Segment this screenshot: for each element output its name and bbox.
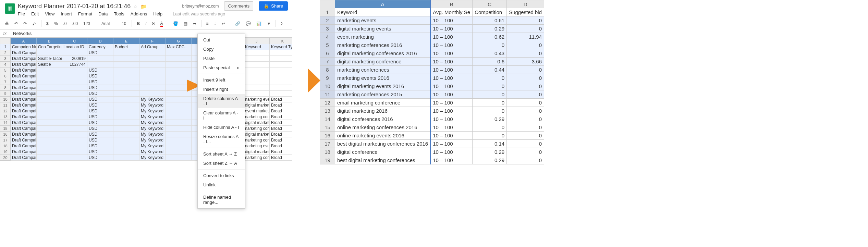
cell[interactable]: digital marketing events 2016 xyxy=(335,82,431,90)
cell[interactable] xyxy=(62,67,87,73)
cell[interactable]: My Keyword Ideas xyxy=(139,126,166,132)
cell[interactable]: Draft Campaign xyxy=(11,97,37,102)
cell[interactable]: 0 xyxy=(507,74,544,82)
cell[interactable]: Avg. Monthly Se xyxy=(430,8,472,16)
wrap-icon[interactable]: ↩ xyxy=(220,20,227,27)
cell[interactable] xyxy=(166,155,192,161)
cell[interactable]: 0 xyxy=(507,99,544,107)
cell[interactable]: 0 xyxy=(473,99,507,107)
menu-tools[interactable]: Tools xyxy=(114,11,124,16)
cell[interactable]: 0 xyxy=(507,41,544,49)
cell[interactable]: USD xyxy=(87,155,113,161)
cell[interactable]: digital marketing xyxy=(244,102,270,108)
cell[interactable]: event marketing xyxy=(244,108,270,114)
halign-icon[interactable]: ≡ xyxy=(204,20,211,27)
cell[interactable]: 1027744 xyxy=(62,62,87,67)
numfmt-button[interactable]: 123 xyxy=(81,20,92,27)
folder-icon[interactable]: 📁 xyxy=(140,4,146,9)
cell[interactable]: Suggested bid xyxy=(507,8,544,16)
cell[interactable] xyxy=(37,97,62,102)
cell[interactable]: Draft Campaign xyxy=(11,91,37,97)
menu-edit[interactable]: Edit xyxy=(31,11,39,16)
cell[interactable]: My Keyword Ideas xyxy=(139,120,166,126)
cell[interactable] xyxy=(166,62,192,67)
cell[interactable] xyxy=(166,149,192,155)
cell[interactable]: narketing confer xyxy=(244,137,270,143)
cell[interactable]: USD xyxy=(87,79,113,85)
cell[interactable] xyxy=(62,97,87,102)
cell[interactable]: best digital marketing conferences xyxy=(335,156,431,164)
print-icon[interactable]: 🖶 xyxy=(3,20,11,27)
cell[interactable]: Budget xyxy=(113,44,139,50)
cell[interactable] xyxy=(270,56,293,62)
cell[interactable]: 0.29 xyxy=(473,148,507,156)
cell[interactable]: Draft Campaign xyxy=(11,114,37,120)
ctx-sort-sheet-z-a[interactable]: Sort sheet Z → A xyxy=(198,159,245,168)
cell[interactable] xyxy=(62,108,87,114)
ctx-paste[interactable]: Paste xyxy=(198,54,245,63)
fill-icon[interactable]: 🪣 xyxy=(171,20,180,27)
col-header[interactable]: F xyxy=(139,38,166,44)
cell[interactable] xyxy=(166,67,192,73)
cell[interactable]: Broad xyxy=(270,149,293,155)
cell[interactable]: Keyword xyxy=(335,8,431,16)
cell[interactable] xyxy=(113,97,139,102)
cell[interactable]: 0 xyxy=(507,90,544,99)
cell[interactable]: marketing events 2016 xyxy=(335,74,431,82)
cell[interactable] xyxy=(37,91,62,97)
cell[interactable] xyxy=(62,50,87,56)
sheets-logo-icon[interactable] xyxy=(5,3,15,14)
cell[interactable] xyxy=(244,73,270,79)
col-header[interactable]: J xyxy=(244,38,270,44)
cell[interactable] xyxy=(113,114,139,120)
valign-icon[interactable]: ↕ xyxy=(212,20,218,27)
col-header[interactable]: A xyxy=(335,0,431,8)
cell[interactable] xyxy=(166,126,192,132)
cell[interactable]: 10 – 100 xyxy=(430,66,472,74)
cell[interactable]: My Keyword Ideas xyxy=(139,132,166,137)
cell[interactable]: 10 – 100 xyxy=(430,41,472,49)
col-header[interactable]: E xyxy=(113,38,139,44)
cell[interactable] xyxy=(62,114,87,120)
cell[interactable] xyxy=(166,120,192,126)
spreadsheet-grid[interactable]: ABCDEFGJK1Campaign NameGeo TargetingLoca… xyxy=(0,38,292,161)
cell[interactable]: 0 xyxy=(507,156,544,164)
cell[interactable] xyxy=(62,126,87,132)
chart-icon[interactable]: 📊 xyxy=(254,20,264,27)
cell[interactable]: Campaign Name xyxy=(11,44,37,50)
cell[interactable] xyxy=(62,149,87,155)
cell[interactable]: 10 – 100 xyxy=(430,25,472,33)
cell[interactable]: digital marketing events xyxy=(335,25,431,33)
cell[interactable] xyxy=(113,108,139,114)
cell[interactable] xyxy=(244,50,270,56)
cell[interactable]: 10 – 100 xyxy=(430,140,472,148)
cell[interactable] xyxy=(270,79,293,85)
cell[interactable] xyxy=(37,149,62,155)
cell[interactable]: digital marketing xyxy=(244,120,270,126)
cell[interactable]: marketing conferences xyxy=(335,66,431,74)
cell[interactable] xyxy=(62,102,87,108)
cell[interactable]: 10 – 100 xyxy=(430,148,472,156)
cell[interactable]: 3.66 xyxy=(507,58,544,66)
cell[interactable]: digital marketing conference xyxy=(335,58,431,66)
cell[interactable]: 0 xyxy=(473,74,507,82)
cell[interactable] xyxy=(270,62,293,67)
cell[interactable]: digital marketing conferences 2016 xyxy=(335,49,431,58)
cell[interactable]: USD xyxy=(87,50,113,56)
cell[interactable]: 10 – 100 xyxy=(430,82,472,90)
cell[interactable] xyxy=(37,67,62,73)
cell[interactable]: Competition xyxy=(473,8,507,16)
cell[interactable]: My Keyword Ideas xyxy=(139,155,166,161)
paint-icon[interactable]: 🖌 xyxy=(30,20,38,27)
cell[interactable] xyxy=(166,97,192,102)
ctx-cut[interactable]: Cut xyxy=(198,35,245,45)
ctx-clear-columns-a-i[interactable]: Clear columns A - I xyxy=(198,108,245,123)
cell[interactable]: 0.62 xyxy=(473,33,507,41)
ctx-unlink[interactable]: Unlink xyxy=(198,180,245,189)
cell[interactable]: 10 – 100 xyxy=(430,74,472,82)
cell[interactable]: Keyword xyxy=(244,44,270,50)
cell[interactable]: My Keyword Ideas xyxy=(139,149,166,155)
menu-file[interactable]: File xyxy=(18,11,25,16)
percent-icon[interactable]: % xyxy=(52,20,60,27)
cell[interactable]: Currency xyxy=(87,44,113,50)
